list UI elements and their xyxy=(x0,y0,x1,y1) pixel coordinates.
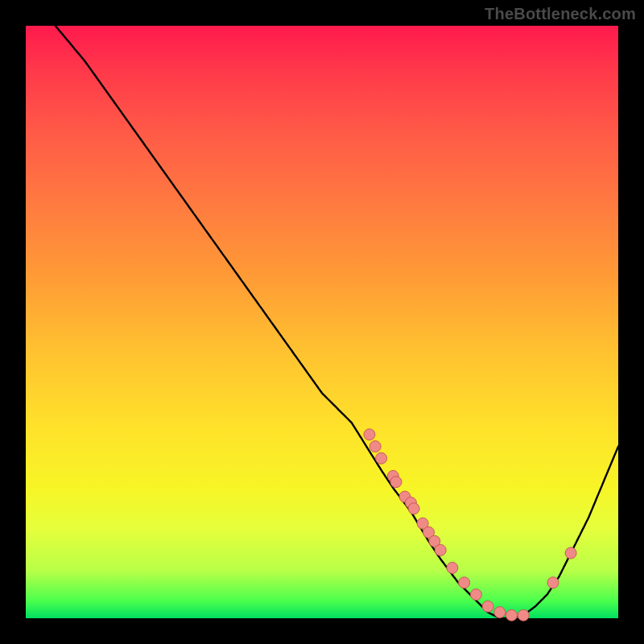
sample-point xyxy=(518,609,529,621)
sample-point xyxy=(482,601,493,612)
watermark-text: TheBottleneck.com xyxy=(485,5,636,23)
bottleneck-curve-svg xyxy=(26,26,618,618)
sample-point xyxy=(390,477,402,488)
sample-point xyxy=(364,429,375,440)
sample-point xyxy=(459,577,470,588)
sample-point xyxy=(376,452,387,464)
sample-point xyxy=(506,609,518,621)
sample-point xyxy=(547,577,559,588)
sample-point xyxy=(435,544,446,555)
bottleneck-curve xyxy=(56,26,618,618)
plot-area xyxy=(26,26,618,618)
sample-points xyxy=(364,429,576,621)
sample-point xyxy=(565,547,576,559)
sample-point xyxy=(447,562,458,573)
sample-point xyxy=(470,589,481,601)
chart-frame: TheBottleneck.com xyxy=(0,0,644,644)
sample-point xyxy=(369,441,381,452)
sample-point xyxy=(494,607,506,618)
sample-point xyxy=(408,503,419,514)
